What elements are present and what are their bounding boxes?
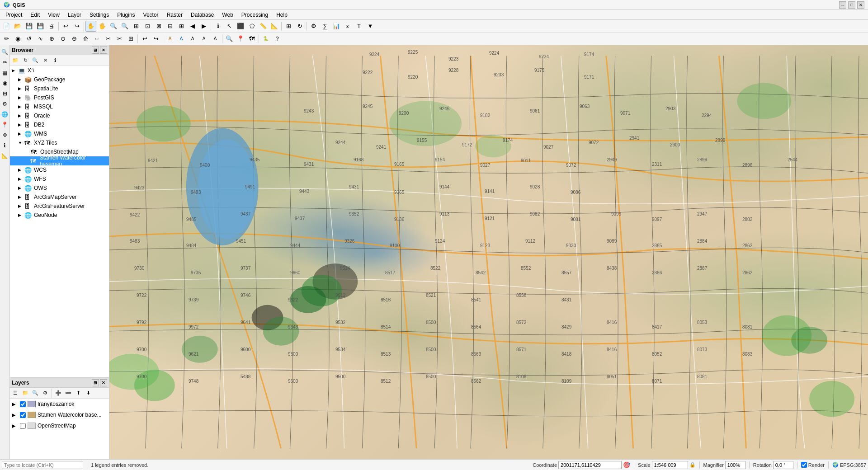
menu-help[interactable]: Help [273, 11, 291, 19]
pan-to-selection[interactable]: 🖐 [97, 21, 108, 32]
layers-down-btn[interactable]: ⬇ [84, 389, 93, 398]
menu-raster[interactable]: Raster [163, 11, 186, 19]
side-tool-1[interactable]: 🔍 [0, 47, 10, 57]
simplify-btn[interactable]: ∿ [35, 33, 46, 44]
tree-item-db2[interactable]: ▶ 🗄 DB2 [10, 120, 109, 129]
pan-button[interactable]: ✋ [85, 21, 96, 32]
measure-area-button[interactable]: 📐 [269, 21, 280, 32]
menu-database[interactable]: Database [187, 11, 217, 19]
merge-btn[interactable]: ⊞ [125, 33, 136, 44]
text-button[interactable]: T [354, 21, 364, 32]
label-d-btn[interactable]: A [198, 33, 209, 44]
refresh-button[interactable]: ↻ [294, 21, 305, 32]
fill-ring-btn[interactable]: ⊙ [57, 33, 68, 44]
render-checkbox[interactable] [801, 462, 807, 468]
side-tool-3[interactable]: ▦ [0, 68, 10, 78]
digitize-btn[interactable]: ✏ [1, 33, 12, 44]
tree-item-drive[interactable]: ▶ 💻 X:\ [10, 66, 109, 75]
expression-button[interactable]: ε [342, 21, 353, 32]
menu-plugins[interactable]: Plugins [113, 11, 138, 19]
menu-vector[interactable]: Vector [140, 11, 162, 19]
menu-web[interactable]: Web [218, 11, 236, 19]
label-e-btn[interactable]: A [210, 33, 221, 44]
tree-item-oracle[interactable]: ▶ 🗄 Oracle [10, 111, 109, 120]
undo2-btn[interactable]: ↩ [139, 33, 150, 44]
layers-filter-btn[interactable]: 🔍 [31, 389, 40, 398]
side-tool-2[interactable]: ✏ [0, 57, 10, 67]
redo2-btn[interactable]: ↪ [151, 33, 161, 44]
label-c-btn[interactable]: A [187, 33, 198, 44]
tree-item-postgis[interactable]: ▶ 🐘 PostGIS [10, 93, 109, 102]
arrow-down-btn[interactable]: ▼ [365, 21, 376, 32]
browser-filter-btn[interactable]: 🔍 [31, 56, 40, 65]
label-a-btn[interactable]: A [165, 33, 175, 44]
layer-item-osm[interactable]: ▶ OpenStreetMap [10, 420, 109, 431]
zoom-layer-button[interactable]: ⊠ [153, 21, 164, 32]
layers-remove-btn[interactable]: ➖ [64, 389, 73, 398]
zoom-all-button[interactable]: ⊟ [165, 21, 175, 32]
browser-collapse-btn[interactable]: ✕ [41, 56, 50, 65]
calc-button[interactable]: ∑ [320, 21, 330, 32]
side-tool-8[interactable]: 📍 [0, 120, 10, 130]
browser-add-btn[interactable]: 📁 [11, 56, 20, 65]
node-btn[interactable]: ◉ [12, 33, 23, 44]
stats-button[interactable]: 📊 [331, 21, 342, 32]
tile-button[interactable]: ⊞ [283, 21, 294, 32]
side-tool-6[interactable]: ⚙ [0, 99, 10, 109]
layers-up-btn[interactable]: ⬆ [74, 389, 83, 398]
split-parts-btn[interactable]: ✂ [114, 33, 125, 44]
measure-button[interactable]: 📏 [258, 21, 269, 32]
locate-input[interactable] [2, 461, 83, 469]
browser-close-button[interactable]: ✕ [100, 47, 107, 54]
tree-item-wfs[interactable]: ▶ 🌐 WFS [10, 174, 109, 183]
tree-item-arcmap[interactable]: ▶ 🗄 ArcGisMapServer [10, 193, 109, 202]
layer-visibility-check[interactable] [20, 401, 26, 407]
side-tool-7[interactable]: 🌐 [0, 109, 10, 119]
menu-edit[interactable]: Edit [27, 11, 43, 19]
python-btn[interactable]: 🐍 [260, 33, 271, 44]
save-project-button[interactable]: 💾 [24, 21, 34, 32]
tree-item-spatialite[interactable]: ▶ 🗄 SpatiaLite [10, 84, 109, 93]
zoom-extent-button[interactable]: ⊞ [131, 21, 142, 32]
tree-item-stamen[interactable]: 🗺 Stamen Watercolor basemap [10, 156, 109, 165]
help-btn[interactable]: ? [272, 33, 283, 44]
layers-add2-btn[interactable]: ➕ [54, 389, 63, 398]
select-button[interactable]: ↖ [224, 21, 235, 32]
zoom-selection-button[interactable]: ⊡ [142, 21, 153, 32]
layer-visibility-check[interactable] [20, 423, 26, 429]
rotation-input[interactable] [773, 461, 793, 469]
layers-settings-btn[interactable]: ⚙ [41, 389, 50, 398]
menu-layer[interactable]: Layer [64, 11, 85, 19]
layers-add-btn[interactable]: 📁 [21, 389, 30, 398]
side-tool-9[interactable]: ✥ [0, 130, 10, 140]
add-ring-btn[interactable]: ⊕ [46, 33, 57, 44]
zoom-native-button[interactable]: ⊞ [176, 21, 187, 32]
browser-refresh-btn[interactable]: ↻ [21, 56, 30, 65]
tree-item-wms[interactable]: ▶ 🌐 WMS [10, 129, 109, 138]
settings-button[interactable]: ⚙ [308, 21, 319, 32]
map-canvas[interactable]: 9224 9225 9223 9224 9234 9174 9222 9220 … [109, 45, 868, 459]
zoom-search-btn[interactable]: 🔍 [224, 33, 235, 44]
coordinate-input[interactable] [558, 461, 622, 469]
browser-info-btn[interactable]: ℹ [51, 56, 60, 65]
tree-item-ows[interactable]: ▶ 🌐 OWS [10, 183, 109, 193]
layers-float-button[interactable]: ⊞ [92, 379, 99, 386]
undo-button[interactable]: ↩ [60, 21, 71, 32]
side-tool-5[interactable]: ⊞ [0, 89, 10, 99]
zoom-out-button[interactable]: 🔍 [119, 21, 130, 32]
map-tips-btn[interactable]: 🗺 [246, 33, 257, 44]
minimize-button[interactable]: ─ [839, 1, 846, 9]
offset-btn[interactable]: ↔ [91, 33, 102, 44]
layer-visibility-check[interactable] [20, 412, 26, 418]
browser-float-button[interactable]: ⊞ [92, 47, 99, 54]
del-ring-btn[interactable]: ⊖ [69, 33, 80, 44]
menu-settings[interactable]: Settings [86, 11, 113, 19]
tree-item-geopackage[interactable]: ▶ 📦 GeoPackage [10, 75, 109, 84]
location-btn[interactable]: 📍 [235, 33, 246, 44]
reshape-btn[interactable]: ⟰ [80, 33, 91, 44]
tree-item-geonode[interactable]: ▶ 🌐 GeoNode [10, 211, 109, 220]
magnifier-input[interactable] [725, 461, 745, 469]
select-rect-button[interactable]: ⬛ [235, 21, 246, 32]
maximize-button[interactable]: □ [848, 1, 855, 9]
split-btn[interactable]: ✂ [103, 33, 113, 44]
